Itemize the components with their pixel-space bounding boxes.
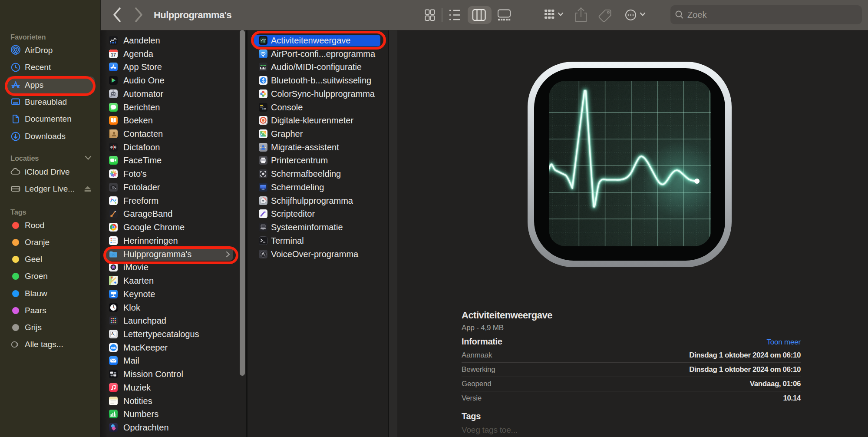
svg-text:a: a bbox=[114, 333, 116, 336]
svg-text:7:36: 7:36 bbox=[262, 108, 266, 110]
svg-text:mk: mk bbox=[111, 346, 116, 350]
svg-text:17: 17 bbox=[111, 52, 116, 57]
